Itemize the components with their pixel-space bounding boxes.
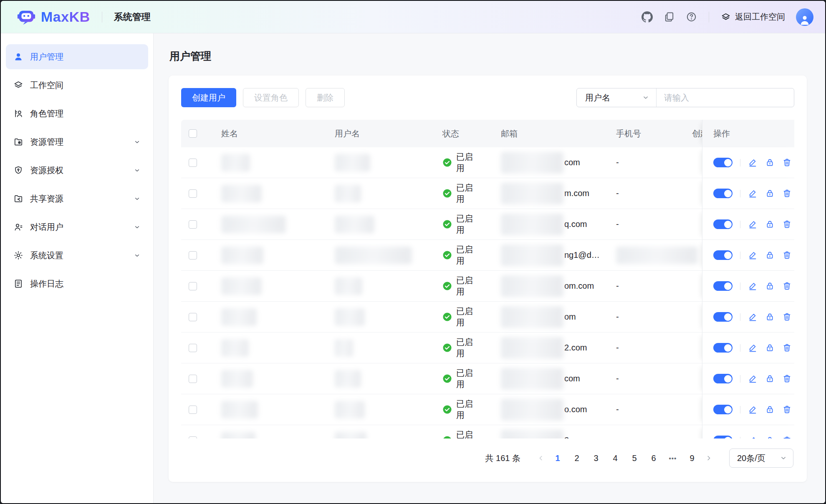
page-2-button[interactable]: 2 xyxy=(568,449,586,467)
next-page-button[interactable] xyxy=(702,449,715,467)
edit-icon[interactable] xyxy=(748,312,758,322)
edit-icon[interactable] xyxy=(748,250,758,260)
set-role-button[interactable]: 设置角色 xyxy=(243,88,299,107)
row-checkbox[interactable] xyxy=(189,375,197,383)
search-field-select[interactable]: 用户名 xyxy=(577,88,656,107)
enable-toggle[interactable] xyxy=(713,343,733,353)
edit-icon[interactable] xyxy=(748,158,758,167)
delete-icon[interactable] xyxy=(782,343,792,353)
page-5-button[interactable]: 5 xyxy=(626,449,643,467)
github-icon[interactable] xyxy=(642,11,653,23)
page-3-button[interactable]: 3 xyxy=(587,449,605,467)
sidebar-item-roles[interactable]: 角色管理 xyxy=(6,101,148,126)
lock-icon[interactable] xyxy=(765,436,775,438)
lock-icon[interactable] xyxy=(765,405,775,414)
lock-icon[interactable] xyxy=(765,374,775,383)
row-checkbox[interactable] xyxy=(189,436,197,439)
brand: MaxKB xyxy=(17,8,90,27)
status-label: 已启用 xyxy=(456,213,480,236)
lock-icon[interactable] xyxy=(765,158,775,167)
column-phone: 手机号 xyxy=(599,120,683,147)
status-enabled-icon xyxy=(442,436,452,438)
sidebar-item-resources[interactable]: 资源管理 xyxy=(6,129,148,154)
create-user-button[interactable]: 创建用户 xyxy=(181,88,236,107)
delete-icon[interactable] xyxy=(782,189,792,198)
delete-icon[interactable] xyxy=(782,250,792,260)
delete-icon[interactable] xyxy=(782,374,792,383)
sidebar-item-users[interactable]: 用户管理 xyxy=(6,44,148,69)
delete-icon[interactable] xyxy=(782,436,792,438)
page-1-button[interactable]: 1 xyxy=(549,449,566,467)
enable-toggle[interactable] xyxy=(713,250,733,260)
status-label: 已启用 xyxy=(456,182,480,205)
edit-icon[interactable] xyxy=(748,189,758,198)
lock-icon[interactable] xyxy=(765,189,775,198)
delete-icon[interactable] xyxy=(782,281,792,291)
table-header: 姓名 用户名 状态 邮箱 手机号 创建时间 操作 xyxy=(181,120,794,147)
row-checkbox[interactable] xyxy=(189,344,197,352)
row-checkbox[interactable] xyxy=(189,220,197,229)
lock-icon[interactable] xyxy=(765,312,775,322)
page-9-button[interactable]: 9 xyxy=(683,449,701,467)
edit-icon[interactable] xyxy=(748,343,758,353)
page-4-button[interactable]: 4 xyxy=(606,449,624,467)
back-to-workspace-button[interactable]: 返回工作空间 xyxy=(721,11,785,23)
delete-button[interactable]: 删除 xyxy=(306,88,345,107)
pagination-ellipsis[interactable]: ••• xyxy=(664,449,682,467)
edit-icon[interactable] xyxy=(748,219,758,229)
page-size-label: 20条/页 xyxy=(737,453,765,464)
delete-icon[interactable] xyxy=(782,158,792,167)
lock-icon[interactable] xyxy=(765,281,775,291)
row-checkbox[interactable] xyxy=(189,189,197,198)
back-to-workspace-label: 返回工作空间 xyxy=(735,11,785,23)
delete-icon[interactable] xyxy=(782,312,792,322)
docs-icon[interactable] xyxy=(664,11,675,23)
enable-toggle[interactable] xyxy=(713,189,733,198)
delete-icon[interactable] xyxy=(782,405,792,414)
enable-toggle[interactable] xyxy=(713,219,733,229)
delete-icon[interactable] xyxy=(782,219,792,229)
edit-icon[interactable] xyxy=(748,436,758,438)
select-all-checkbox[interactable] xyxy=(189,129,197,138)
page-size-select[interactable]: 20条/页 xyxy=(729,449,793,468)
sidebar-item-logs[interactable]: 操作日志 xyxy=(6,271,148,296)
prev-page-button[interactable] xyxy=(535,449,547,467)
row-checkbox[interactable] xyxy=(189,282,197,290)
enable-toggle[interactable] xyxy=(713,312,733,322)
page-6-button[interactable]: 6 xyxy=(645,449,662,467)
avatar[interactable] xyxy=(796,8,813,26)
search-input[interactable] xyxy=(657,93,794,103)
sidebar-item-workspace[interactable]: 工作空间 xyxy=(6,73,148,98)
edit-icon[interactable] xyxy=(748,405,758,414)
enable-toggle[interactable] xyxy=(713,405,733,414)
sidebar-item-settings[interactable]: 系统设置 xyxy=(6,243,148,268)
enable-toggle[interactable] xyxy=(713,436,733,438)
email-suffix: com xyxy=(564,158,580,167)
enable-toggle[interactable] xyxy=(713,281,733,291)
sidebar-item-resource-auth[interactable]: 资源授权 xyxy=(6,158,148,183)
status-enabled-icon xyxy=(442,312,452,322)
redacted-username xyxy=(335,432,366,439)
folder-gear-icon xyxy=(13,137,23,147)
row-checkbox[interactable] xyxy=(189,159,197,167)
lock-icon[interactable] xyxy=(765,219,775,229)
header-actions: 返回工作空间 xyxy=(642,8,813,26)
row-checkbox[interactable] xyxy=(189,251,197,260)
help-icon[interactable] xyxy=(686,11,697,23)
lock-icon[interactable] xyxy=(765,250,775,260)
redacted-name xyxy=(221,185,262,202)
enable-toggle[interactable] xyxy=(713,374,733,383)
lock-icon[interactable] xyxy=(765,343,775,353)
row-checkbox[interactable] xyxy=(189,406,197,414)
row-checkbox[interactable] xyxy=(189,313,197,321)
edit-icon[interactable] xyxy=(748,374,758,383)
sidebar-item-chat-users[interactable]: 对话用户 xyxy=(6,214,148,239)
edit-icon[interactable] xyxy=(748,281,758,291)
redacted-username xyxy=(335,339,353,357)
actions-divider xyxy=(740,406,740,413)
enable-toggle[interactable] xyxy=(713,158,733,167)
actions-divider xyxy=(740,437,740,439)
sidebar-item-shared-resources[interactable]: 共享资源 xyxy=(6,186,148,211)
toolbar: 创建用户 设置角色 删除 用户名 xyxy=(181,88,794,107)
search-field-label: 用户名 xyxy=(585,92,610,103)
